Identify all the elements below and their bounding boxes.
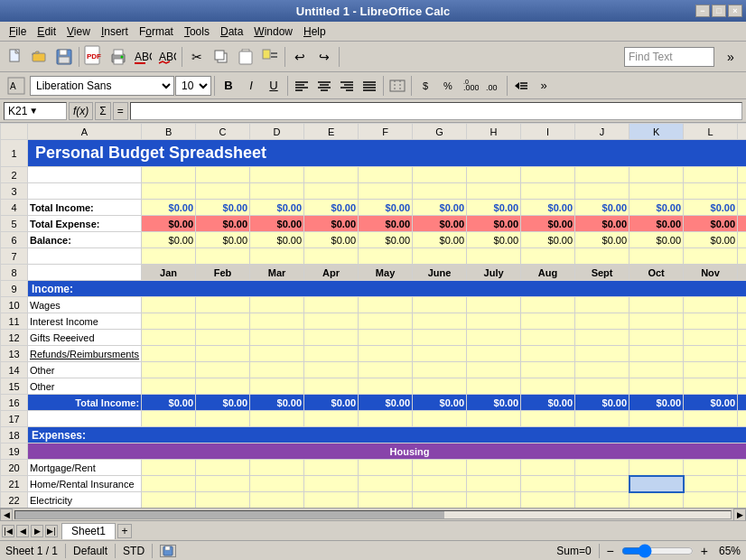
row-header-2[interactable]: 2 (1, 167, 28, 183)
cell-k4[interactable]: $0.00 (629, 200, 684, 216)
cell-a21[interactable]: Home/Rental Insurance (28, 476, 142, 492)
cell-m5[interactable]: $ (738, 216, 746, 232)
spelling2-button[interactable]: ABC (155, 45, 179, 69)
italic-button[interactable]: I (240, 76, 262, 96)
col-header-e[interactable]: E (304, 124, 359, 140)
spelling-button[interactable]: ABC (131, 45, 154, 69)
row-header-17[interactable]: 17 (1, 411, 28, 427)
minimize-button[interactable]: − (695, 5, 710, 17)
row-header-19[interactable]: 19 (1, 443, 28, 460)
hscroll-thumb[interactable] (15, 511, 444, 518)
col-header-i[interactable]: I (521, 124, 575, 140)
merge-cells-button[interactable] (387, 76, 408, 96)
cell-k5[interactable]: $0.00 (629, 216, 684, 232)
sheet-tab-1[interactable]: Sheet1 (61, 523, 116, 539)
cell-e5[interactable]: $0.00 (304, 216, 359, 232)
cell-f16[interactable]: $0.00 (359, 395, 413, 411)
tab-first-button[interactable]: |◀ (2, 525, 14, 537)
align-center-button[interactable] (313, 76, 335, 96)
save-button[interactable] (52, 45, 76, 69)
row-header-18[interactable]: 18 (1, 427, 28, 443)
cell-i5[interactable]: $0.00 (521, 216, 575, 232)
col-header-h[interactable]: H (467, 124, 521, 140)
bold-button[interactable]: B (218, 76, 239, 96)
cell-g4[interactable]: $0.00 (413, 200, 467, 216)
add-sheet-button[interactable]: + (117, 524, 132, 538)
row-header-22[interactable]: 22 (1, 492, 28, 509)
cell-b6[interactable]: $0.00 (142, 232, 196, 248)
cell-income-header[interactable]: Income: (28, 281, 747, 297)
cell-k21[interactable] (629, 476, 684, 492)
cell-m16[interactable]: $ (738, 395, 746, 411)
menu-insert[interactable]: Insert (96, 23, 134, 40)
formula-button[interactable]: = (113, 102, 128, 120)
cell-d5[interactable]: $0.00 (250, 216, 304, 232)
menu-help[interactable]: Help (298, 23, 331, 40)
hscroll-track[interactable] (14, 510, 732, 519)
cell-a20[interactable]: Mortgage/Rent (28, 460, 142, 476)
cell-a1[interactable]: Personal Budget Spreadsheet (28, 140, 747, 167)
cell-jan[interactable]: Jan (142, 265, 196, 281)
cell-j4[interactable]: $0.00 (575, 200, 629, 216)
cell-m4[interactable]: $ (738, 200, 746, 216)
cell-a11[interactable]: Interest Income (28, 313, 142, 330)
cell-j16[interactable]: $0.00 (575, 395, 629, 411)
menu-format[interactable]: Format (134, 23, 179, 40)
col-header-j[interactable]: J (575, 124, 629, 140)
decimal-format-button[interactable]: .000.0 (460, 76, 481, 96)
cell-l6[interactable]: $0.00 (684, 232, 738, 248)
align-right-button[interactable] (336, 76, 358, 96)
cell-a6[interactable]: Balance: (28, 232, 142, 248)
cell-a13[interactable]: Refunds/Reimbursments (28, 346, 142, 362)
cell-c6[interactable]: $0.00 (196, 232, 250, 248)
row-header-5[interactable]: 5 (1, 216, 28, 232)
cell-g6[interactable]: $0.00 (413, 232, 467, 248)
find-text-box[interactable]: Find Text (624, 47, 714, 67)
cell-k16[interactable]: $0.00 (629, 395, 684, 411)
toolbar-more2-button[interactable]: » (533, 76, 555, 96)
menu-window[interactable]: Window (248, 23, 298, 40)
row-header-11[interactable]: 11 (1, 313, 28, 330)
row-header-9[interactable]: 9 (1, 281, 28, 297)
cell-july[interactable]: July (467, 265, 521, 281)
cell-e6[interactable]: $0.00 (304, 232, 359, 248)
row-header-21[interactable]: 21 (1, 476, 28, 492)
col-header-k[interactable]: K (629, 124, 684, 140)
cell-apr[interactable]: Apr (304, 265, 359, 281)
open-button[interactable] (28, 45, 51, 69)
percent-format-button[interactable]: % (437, 76, 459, 96)
decimal2-format-button[interactable]: .00 (482, 76, 504, 96)
cell-feb[interactable]: Feb (196, 265, 250, 281)
sum-button[interactable]: Σ (95, 102, 110, 120)
cell-g16[interactable]: $0.00 (413, 395, 467, 411)
col-header-c[interactable]: C (196, 124, 250, 140)
cell-c16[interactable]: $0.00 (196, 395, 250, 411)
cell-a16[interactable]: Total Income: (28, 395, 142, 411)
cell-d16[interactable]: $0.00 (250, 395, 304, 411)
cell-d6[interactable]: $0.00 (250, 232, 304, 248)
close-button[interactable]: × (728, 5, 742, 17)
cell-b16[interactable]: $0.00 (142, 395, 196, 411)
cell-d4[interactable]: $0.00 (250, 200, 304, 216)
cell-b5[interactable]: $0.00 (142, 216, 196, 232)
cell-h5[interactable]: $0.00 (467, 216, 521, 232)
cell-a4[interactable]: Total Income: (28, 200, 142, 216)
cell-nov[interactable]: Nov (684, 265, 738, 281)
row-header-20[interactable]: 20 (1, 460, 28, 476)
font-name-select[interactable]: Liberation Sans (30, 76, 174, 96)
cell-l5[interactable]: $0.00 (684, 216, 738, 232)
cell-a14[interactable]: Other (28, 362, 142, 378)
cell-a10[interactable]: Wages (28, 297, 142, 313)
col-header-l[interactable]: L (684, 124, 738, 140)
row-header-4[interactable]: 4 (1, 200, 28, 216)
zoom-in-icon[interactable]: + (701, 544, 708, 558)
col-header-d[interactable]: D (250, 124, 304, 140)
cell-l4[interactable]: $0.00 (684, 200, 738, 216)
tab-prev-button[interactable]: ◀ (16, 525, 29, 537)
export-pdf-button[interactable]: PDF (82, 45, 106, 69)
cell-f6[interactable]: $0.00 (359, 232, 413, 248)
row-header-3[interactable]: 3 (1, 183, 28, 200)
col-header-m[interactable]: M (738, 124, 746, 140)
clone-format-button[interactable] (258, 45, 282, 69)
cell-i16[interactable]: $0.00 (521, 395, 575, 411)
